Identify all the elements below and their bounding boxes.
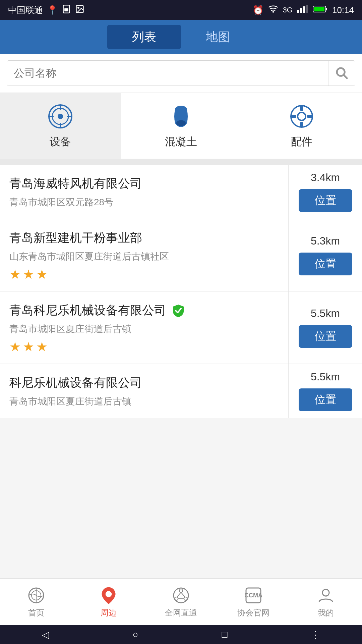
gallery-icon	[75, 4, 84, 16]
category-parts[interactable]: 配件	[241, 93, 362, 159]
section-divider	[0, 161, 362, 165]
svg-point-32	[106, 591, 112, 597]
stars-3: ★ ★ ★	[9, 339, 279, 354]
ccma-icon: CCMA	[244, 586, 263, 605]
back-button[interactable]: ◁	[42, 629, 49, 640]
svg-text:CCMA: CCMA	[245, 592, 262, 599]
svg-rect-11	[314, 7, 324, 11]
list-item[interactable]: 青岛科尼乐机械设备有限公司 青岛市城阳区夏庄街道后古镇 ★ ★ ★ 5.5km …	[0, 291, 362, 364]
parts-icon	[288, 103, 315, 130]
company-address-1: 青岛市城阳区双元路28号	[9, 196, 279, 209]
svg-rect-28	[307, 115, 312, 118]
svg-line-38	[181, 592, 185, 597]
signal-3g: 3G	[283, 6, 293, 14]
svg-rect-1	[64, 8, 68, 11]
status-right: ⏰ 3G 10:14	[253, 5, 354, 15]
tab-map[interactable]: 地图	[181, 25, 255, 49]
concrete-icon	[168, 103, 194, 130]
sim-icon	[62, 4, 71, 16]
home-button[interactable]: ○	[133, 629, 138, 640]
list-item[interactable]: 青岛新型建机干粉事业部 山东青岛市城阳区夏庄街道后古镇社区 ★ ★ ★ 5.3k…	[0, 219, 362, 291]
svg-point-24	[298, 112, 306, 120]
signal-bars	[297, 5, 308, 15]
nav-network-label: 全网直通	[165, 607, 197, 618]
company-actions-2: 5.3km 位置	[288, 219, 362, 291]
location-button-3[interactable]: 位置	[299, 325, 352, 348]
location-button-4[interactable]: 位置	[299, 388, 352, 411]
category-concrete[interactable]: 混凝土	[121, 93, 241, 159]
alarm-icon: ⏰	[253, 5, 263, 15]
battery-icon	[313, 5, 327, 15]
bottom-nav: 首页 周边 全网直通	[0, 578, 362, 625]
svg-rect-25	[300, 106, 303, 111]
time-text: 10:14	[332, 5, 354, 15]
company-actions-1: 3.4km 位置	[288, 165, 362, 219]
company-address-2: 山东青岛市城阳区夏庄街道后古镇社区	[9, 250, 279, 263]
company-name-2: 青岛新型建机干粉事业部	[9, 230, 279, 246]
svg-point-4	[272, 11, 274, 13]
svg-rect-5	[297, 10, 299, 13]
svg-rect-6	[300, 8, 302, 13]
recents-button[interactable]: □	[222, 629, 228, 640]
carrier-text: 中国联通	[8, 4, 43, 16]
svg-point-22	[176, 120, 186, 126]
svg-rect-8	[306, 5, 308, 13]
company-address-3: 青岛市城阳区夏庄街道后古镇	[9, 323, 279, 335]
nav-network[interactable]: 全网直通	[145, 579, 217, 625]
wifi-icon	[268, 5, 278, 15]
svg-point-42	[322, 589, 329, 596]
search-button[interactable]	[328, 61, 355, 86]
location-icon: 📍	[47, 5, 58, 15]
nav-association-label: 协会官网	[237, 607, 269, 618]
equipment-icon	[47, 103, 74, 130]
company-address-4: 青岛市城阳区夏庄街道后古镇	[9, 395, 279, 408]
svg-rect-7	[303, 6, 305, 13]
nav-profile[interactable]: 我的	[290, 579, 362, 625]
company-actions-4: 5.5km 位置	[288, 364, 362, 418]
location-button-1[interactable]: 位置	[299, 189, 352, 212]
svg-rect-27	[291, 115, 296, 118]
company-info-2: 青岛新型建机干粉事业部 山东青岛市城阳区夏庄街道后古镇社区 ★ ★ ★	[0, 219, 288, 291]
category-row: 设备 混凝土 配件	[0, 93, 362, 161]
svg-point-35	[175, 597, 178, 600]
category-equipment[interactable]: 设备	[0, 93, 121, 159]
list-item[interactable]: 科尼乐机械设备有限公司 青岛市城阳区夏庄街道后古镇 5.5km 位置	[0, 364, 362, 418]
svg-point-34	[179, 589, 183, 592]
svg-point-3	[78, 7, 79, 8]
svg-point-12	[337, 68, 345, 76]
star-1: ★	[9, 339, 21, 354]
network-icon	[172, 586, 190, 605]
location-pin-icon	[99, 586, 118, 605]
search-bar	[0, 54, 362, 93]
company-list: 青岛海威特风机有限公司 青岛市城阳区双元路28号 3.4km 位置 青岛新型建机…	[0, 165, 362, 418]
tab-list[interactable]: 列表	[107, 25, 181, 49]
location-button-2[interactable]: 位置	[299, 253, 352, 275]
nav-home-label: 首页	[28, 607, 44, 618]
status-bar: 中国联通 📍 ⏰ 3G 10:14	[0, 0, 362, 20]
company-actions-3: 5.5km 位置	[288, 291, 362, 364]
nav-home[interactable]: 首页	[0, 579, 72, 625]
company-info-1: 青岛海威特风机有限公司 青岛市城阳区双元路28号	[0, 165, 288, 219]
search-input[interactable]	[7, 61, 328, 86]
svg-line-37	[177, 592, 181, 597]
nav-association[interactable]: CCMA 协会官网	[217, 579, 290, 625]
distance-2: 5.3km	[311, 235, 340, 247]
distance-1: 3.4km	[311, 171, 340, 184]
svg-rect-26	[300, 122, 303, 127]
header-tabs: 列表 地图	[0, 20, 362, 54]
star-2: ★	[23, 267, 34, 282]
menu-button[interactable]: ⋮	[311, 629, 320, 640]
category-concrete-label: 混凝土	[165, 135, 197, 149]
list-item[interactable]: 青岛海威特风机有限公司 青岛市城阳区双元路28号 3.4km 位置	[0, 165, 362, 219]
nav-nearby[interactable]: 周边	[72, 579, 145, 625]
company-info-3: 青岛科尼乐机械设备有限公司 青岛市城阳区夏庄街道后古镇 ★ ★ ★	[0, 291, 288, 364]
svg-line-13	[344, 75, 348, 79]
phone-navbar: ◁ ○ □ ⋮	[0, 625, 362, 644]
company-name-3: 青岛科尼乐机械设备有限公司	[9, 302, 279, 319]
search-input-wrap	[7, 60, 355, 86]
category-equipment-label: 设备	[50, 135, 71, 149]
distance-3: 5.5km	[311, 307, 340, 320]
svg-point-36	[184, 597, 187, 600]
home-icon	[27, 586, 46, 605]
status-left: 中国联通 📍	[8, 4, 84, 16]
